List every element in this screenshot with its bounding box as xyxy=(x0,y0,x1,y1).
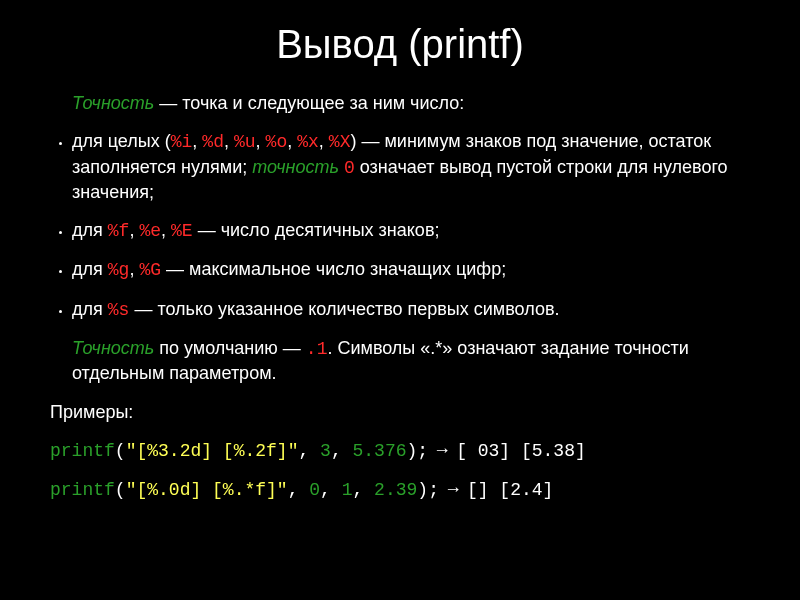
code-example-2: printf("[%.0d] [%.*f]", 0, 1, 2.39); → [… xyxy=(50,477,750,502)
slide-title: Вывод (printf) xyxy=(50,0,750,67)
output: [] [2.4] xyxy=(467,480,553,500)
printf-call: printf xyxy=(50,480,115,500)
default-mid: по умолчанию — xyxy=(154,338,306,358)
format-string: "[%3.2d] [%.2f]" xyxy=(126,441,299,461)
format-specifier: %f xyxy=(108,221,130,241)
format-specifier: %E xyxy=(171,221,193,241)
bullet-tail: — максимальное число значащих цифр; xyxy=(161,259,506,279)
format-specifier: %o xyxy=(266,132,288,152)
arg-sep: , xyxy=(288,480,310,500)
format-specifier: %e xyxy=(139,221,161,241)
lead-text: — точка и следующее за ним число: xyxy=(154,93,464,113)
arg-int: 1 xyxy=(342,480,353,500)
arg-sep: , xyxy=(320,480,342,500)
bullet-tail: — число десятичных знаков; xyxy=(193,220,440,240)
bullet-pre: для xyxy=(72,259,108,279)
format-specifier: %X xyxy=(329,132,351,152)
examples-label: Примеры: xyxy=(50,400,750,424)
bullet-item-s: для %s — только указанное количество пер… xyxy=(72,297,750,322)
paren-open: ( xyxy=(115,480,126,500)
arg-float: 5.376 xyxy=(352,441,406,461)
arg-float: 2.39 xyxy=(374,480,417,500)
code-example-1: printf("[%3.2d] [%.2f]", 3, 5.376); → [ … xyxy=(50,438,750,463)
format-specifier: %G xyxy=(139,260,161,280)
bullet-pre: для целых ( xyxy=(72,131,171,151)
bullet-item-g: для %g, %G — максимальное число значащих… xyxy=(72,257,750,282)
default-term: Точность xyxy=(72,338,154,358)
arg-sep: , xyxy=(353,480,375,500)
paren-close: ); xyxy=(407,441,429,461)
output: [ 03] [5.38] xyxy=(456,441,586,461)
bullet-tail: — только указанное количество первых сим… xyxy=(129,299,559,319)
arrow: → xyxy=(439,479,467,499)
bullet-item-integers: для целых (%i, %d, %u, %o, %x, %X) — мин… xyxy=(72,129,750,204)
format-string: "[%.0d] [%.*f]" xyxy=(126,480,288,500)
bullet-pre: для xyxy=(72,299,108,319)
precision-term: точность xyxy=(252,157,339,177)
bullet-list: для целых (%i, %d, %u, %o, %x, %X) — мин… xyxy=(50,129,750,322)
format-specifier: %u xyxy=(234,132,256,152)
format-specifier: %x xyxy=(297,132,319,152)
arg-int: 3 xyxy=(320,441,331,461)
precision-zero: 0 xyxy=(344,158,355,178)
lead-term: Точность xyxy=(72,93,154,113)
arg-int: 0 xyxy=(309,480,320,500)
format-specifier: %d xyxy=(202,132,224,152)
arg-sep: , xyxy=(331,441,353,461)
bullet-pre: для xyxy=(72,220,108,240)
format-specifier: %g xyxy=(108,260,130,280)
format-specifier: %s xyxy=(108,300,130,320)
lead-paragraph: Точность — точка и следующее за ним числ… xyxy=(50,91,750,115)
slide: Вывод (printf) Точность — точка и следую… xyxy=(0,0,800,600)
default-value: .1 xyxy=(306,339,328,359)
default-precision-paragraph: Точность по умолчанию — .1. Символы «.*»… xyxy=(50,336,750,386)
slide-body: Точность — точка и следующее за ним числ… xyxy=(50,91,750,503)
printf-call: printf xyxy=(50,441,115,461)
format-specifier: %i xyxy=(171,132,193,152)
arg-sep: , xyxy=(298,441,320,461)
paren-close: ); xyxy=(417,480,439,500)
paren-open: ( xyxy=(115,441,126,461)
bullet-item-float: для %f, %e, %E — число десятичных знаков… xyxy=(72,218,750,243)
arrow: → xyxy=(428,440,456,460)
